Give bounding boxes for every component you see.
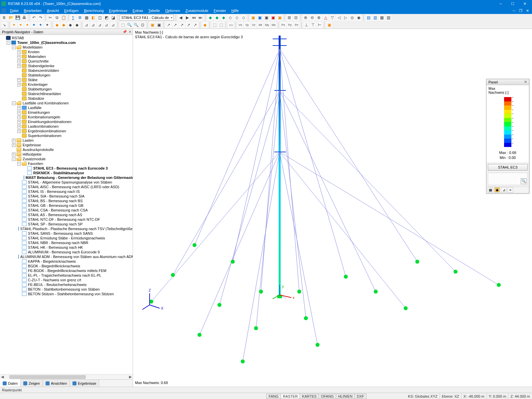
tree-item[interactable]: STAHL AISC - Bemessung nach AISC (LRFD o… [0,185,133,189]
nav-tab-ansichten[interactable]: Ansichten [43,380,70,387]
tb2-my[interactable]: My [264,22,270,28]
tb-results[interactable]: ▦ [83,15,89,21]
tb-print[interactable]: 🖶 [21,15,27,21]
viewport-3d[interactable]: Max Nachweis [-] STAHL EC3 FA1 - Cálculo… [133,29,532,387]
tb2-b3[interactable]: ◆ [67,22,73,28]
tree-item[interactable]: Stabteilungen [0,73,133,77]
tb-z2[interactable]: ▥ [372,15,378,21]
tb2-vz[interactable]: Vz [251,22,257,28]
tb-v5[interactable]: ◇ [234,15,240,21]
tb2-d1[interactable]: ⬚ [120,22,126,28]
status-tab-ofang[interactable]: OFANG [319,394,336,399]
tb2-d3[interactable]: 🔍 [133,22,139,28]
tb2-k2[interactable]: ⊤ [310,22,316,28]
tb-y9[interactable]: ◉ [356,15,362,21]
tb-cut[interactable]: ✂ [47,15,53,21]
tree-item[interactable]: Stabexzentrizitäten [0,68,133,73]
tb2-b4[interactable]: ◆ [74,22,80,28]
panel-close[interactable]: ✕ [524,80,527,84]
tree-item[interactable]: STAHL NTC-DF - Bemessung nach NTC-DF [0,217,133,222]
tree-item[interactable]: +Kombinationsregeln [0,115,133,119]
navigator-pin[interactable]: 📌 [123,30,127,34]
tb2-mz[interactable]: Mz [271,22,277,28]
tb-z1[interactable]: ▤ [365,15,371,21]
tb-y4[interactable]: △ [323,15,329,21]
tree-item[interactable]: +Stäbe [0,77,133,82]
tree-item[interactable]: +Stabendgelenke [0,64,133,68]
tree-item[interactable]: STAHL Ermüdung Stäbe - Ermüdungsnachweis [0,236,133,240]
tb-paste[interactable]: 📋 [61,15,66,21]
tb-w2[interactable]: ▣ [257,15,263,21]
tb-v1[interactable]: ◆ [207,15,213,21]
tree-item[interactable]: +Hilfsobjekte [0,152,133,157]
mdi-close[interactable]: ✕ [524,8,531,13]
tree-item[interactable]: +Querschnitte [0,59,133,64]
navigator-scrollbar[interactable]: ◀▶ [0,374,133,379]
tree-item[interactable]: STAHL CSA - Bemessung nach CSA [0,208,133,212]
mdi-restore[interactable]: ❐ [517,8,524,13]
tb-w4[interactable]: ▣ [270,15,276,21]
tree-item[interactable]: KAPPA - Biegeknicknachweis [0,259,133,264]
tree-item[interactable]: STAHL SIA - Bemessung nach SIA [0,194,133,199]
tree-item[interactable]: −Lastfälle und Kombinationen [0,101,133,105]
tb2-f4[interactable]: ↗ [186,22,192,28]
mdi-minimize[interactable]: ─ [511,8,517,13]
tb2-a4[interactable]: ✦ [24,22,30,28]
tb-z3[interactable]: ▦ [379,15,385,21]
tb-w5[interactable]: ▣ [277,15,283,21]
tree-item[interactable]: +Knoten [0,50,133,54]
status-tab-dxf[interactable]: DXF [354,394,366,399]
tb-b2[interactable]: ◩ [103,15,109,21]
tb2-g1[interactable]: ◆ [202,22,208,28]
tb2-end[interactable]: ▣ [326,22,332,28]
tb-copy[interactable]: ⧉ [54,15,60,21]
minimize-button[interactable]: ─ [495,0,507,7]
tree-item[interactable]: +Lasten [0,138,133,143]
tb-save[interactable]: 💾 [15,15,21,21]
tb2-f1[interactable]: ↗ [166,22,172,28]
tb-redo[interactable]: ↷ [38,15,44,21]
panel-header[interactable]: Panel ✕ [486,79,529,85]
tb2-a7[interactable]: ✦ [44,22,50,28]
menu-ergebnisse[interactable]: Ergebnisse [106,8,130,13]
tree-item[interactable]: +Materialien [0,54,133,59]
tree-item[interactable]: EL-PL - Tragsicherheitsnachweis nach EL-… [0,273,133,278]
tree-item[interactable]: BGDK - Biegedrillknicknachweis [0,264,133,268]
tb2-b1[interactable]: ◆ [54,22,60,28]
tb2-a1[interactable]: ↘ [1,22,7,28]
tree-item[interactable]: C-ZU-T - Nachweis von grenz c/t [0,278,133,282]
tree-item[interactable]: STAHL SP - Bemessung nach SP [0,222,133,226]
tree-item[interactable]: −Tower_100m_(C)lassereolica.com [0,40,133,45]
status-tab-raster[interactable]: RASTER [281,394,300,399]
tb-sel[interactable]: ◧ [90,15,96,21]
tb2-c2[interactable]: ⊿ [90,22,96,28]
tree-item[interactable]: +Lastkombinationen [0,124,133,129]
close-button[interactable]: ✕ [519,0,531,7]
tb2-k3[interactable]: ⊢ [317,22,323,28]
menu-datei[interactable]: Datei [7,8,21,13]
menu-zusatzmodule[interactable]: Zusatzmodule [183,8,211,13]
tb2-h1[interactable]: ⬚ [211,22,217,28]
tb2-f2[interactable]: ↗ [172,22,178,28]
panel-button[interactable]: STAHL EC3 [488,164,528,171]
tree-item[interactable]: BETON - Stahlbetonbemessung von Stäben [0,287,133,292]
tree-item[interactable]: Ausdruckprotokolle [0,147,133,152]
result-combo[interactable]: STAHL EC3 FA1 - Cálculo de [120,15,174,21]
tree-item[interactable]: STAHL Plastisch - Plastische Bemessung n… [0,226,133,231]
tb2-a3[interactable]: ✦ [18,22,24,28]
tree-item[interactable]: +Ergebnisse [0,143,133,147]
tb-last[interactable]: ⏭ [198,15,203,21]
tree-item[interactable]: STAHL EC3 - Bemessung nach Eurocode 3 [0,166,133,171]
tb-b3[interactable]: ◪ [110,15,116,21]
tree-item[interactable]: FE-BEUL - Beulsicherheitsnachweis [0,282,133,287]
tb-prev[interactable]: ◀ [178,15,184,21]
tb-y6[interactable]: ◁ [336,15,342,21]
tb-v3[interactable]: ◆ [220,15,226,21]
tb-x2[interactable]: ⊟ [293,15,299,21]
panel-foot-3[interactable]: ⊿ [501,187,506,193]
nav-tab-daten[interactable]: Daten [0,379,21,387]
tree-item[interactable]: +Einwirkungen [0,110,133,115]
menu-ansicht[interactable]: Ansicht [44,8,62,13]
tree-item[interactable]: ALUMINIUM ADM - Bemessung von Stäben aus… [0,254,133,259]
tree-item[interactable]: STAHL GB - Bemessung nach GB [0,203,133,208]
